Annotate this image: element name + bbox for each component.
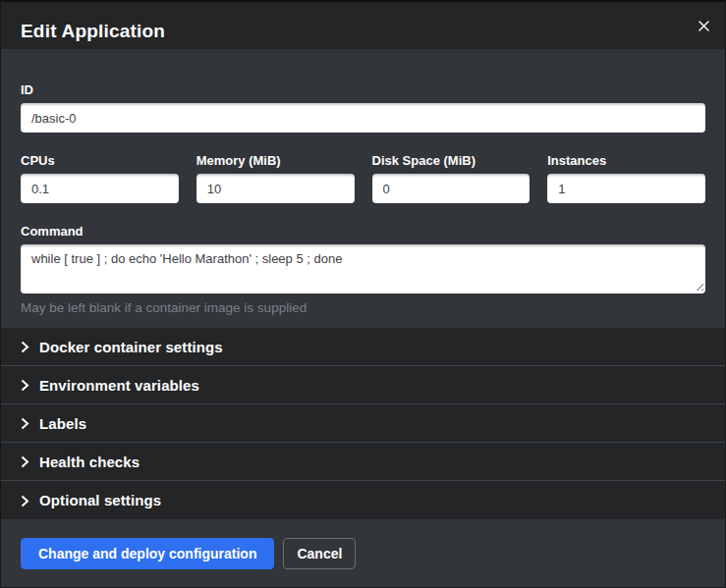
chevron-right-icon: [21, 417, 29, 430]
instances-label: Instances: [547, 153, 705, 169]
id-label: ID: [21, 82, 705, 98]
resources-row: CPUs Memory (MiB) Disk Space (MiB) Insta…: [21, 153, 705, 203]
accordion: Docker container settings Environment va…: [1, 328, 725, 519]
id-field-group: ID: [21, 82, 705, 133]
memory-input[interactable]: [196, 174, 355, 203]
disk-field-group: Disk Space (MiB): [372, 153, 531, 203]
section-environment-variables[interactable]: Environment variables: [1, 366, 725, 404]
instances-input[interactable]: [547, 174, 705, 203]
disk-input[interactable]: [372, 174, 531, 203]
command-textarea-wrap: while [ true ] ; do echo 'Hello Marathon…: [21, 244, 705, 294]
section-label: Environment variables: [39, 377, 199, 394]
edit-application-modal: Edit Application ID CPUs Memory (MiB): [0, 0, 726, 588]
section-docker-container-settings[interactable]: Docker container settings: [1, 328, 725, 366]
cpus-input[interactable]: [21, 174, 179, 203]
section-label: Docker container settings: [39, 339, 223, 355]
memory-label: Memory (MiB): [196, 153, 355, 169]
section-labels[interactable]: Labels: [1, 404, 725, 443]
modal-header: Edit Application: [1, 2, 725, 49]
section-label: Health checks: [39, 454, 140, 470]
id-input[interactable]: [21, 103, 705, 133]
modal-title: Edit Application: [21, 21, 165, 42]
chevron-right-icon: [21, 379, 29, 392]
instances-field-group: Instances: [547, 153, 705, 203]
modal-footer: Change and deploy configuration Cancel: [1, 519, 725, 587]
section-label: Labels: [39, 415, 86, 432]
section-optional-settings[interactable]: Optional settings: [1, 481, 725, 519]
section-label: Optional settings: [39, 492, 161, 508]
cancel-button[interactable]: Cancel: [283, 538, 356, 569]
chevron-right-icon: [21, 455, 29, 468]
change-and-deploy-button[interactable]: Change and deploy configuration: [21, 538, 274, 569]
memory-field-group: Memory (MiB): [196, 153, 355, 203]
chevron-right-icon: [21, 341, 29, 353]
cpus-label: CPUs: [21, 153, 179, 169]
command-label: Command: [21, 224, 705, 240]
disk-label: Disk Space (MiB): [372, 153, 531, 169]
command-textarea[interactable]: while [ true ] ; do echo 'Hello Marathon…: [21, 244, 705, 294]
form-section: ID CPUs Memory (MiB) Disk Space (MiB) In…: [1, 49, 725, 328]
command-help-text: May be left blank if a container image i…: [21, 300, 705, 316]
cpus-field-group: CPUs: [21, 153, 179, 203]
close-icon: [698, 21, 709, 31]
section-health-checks[interactable]: Health checks: [1, 443, 725, 481]
chevron-right-icon: [21, 495, 29, 508]
close-button[interactable]: [691, 13, 716, 38]
command-field-group: Command while [ true ] ; do echo 'Hello …: [21, 224, 705, 316]
